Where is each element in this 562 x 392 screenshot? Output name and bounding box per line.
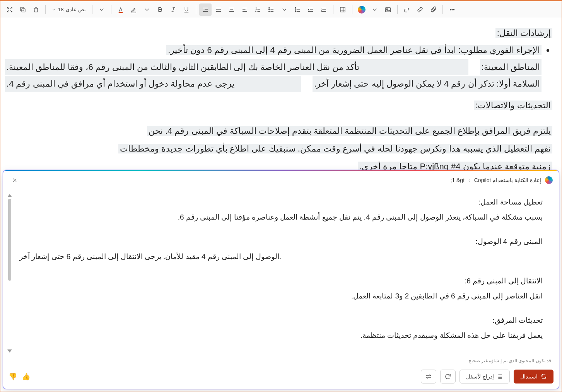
- suggestion-heading: تحديثات المرفق:: [19, 313, 543, 327]
- line-spacing-dropdown[interactable]: [278, 3, 290, 16]
- ai-disclaimer: قد يكون المحتوى الذي تم إنشاؤه غير صحيح: [3, 356, 559, 366]
- highlight-button[interactable]: [128, 3, 140, 16]
- delete-icon[interactable]: [30, 3, 42, 16]
- svg-point-13: [429, 375, 430, 376]
- suggestion-text: يعمل فريقنا على حل هذه المشكلة وسيقدم تح…: [19, 328, 543, 343]
- suggestion-heading: تعطيل مساحة العمل:: [19, 195, 543, 209]
- suggestion-heading-row: نقل تعليمات:: [19, 353, 543, 356]
- svg-point-12: [453, 9, 454, 10]
- regenerate-button[interactable]: [440, 370, 456, 383]
- close-icon: [12, 177, 17, 183]
- suggestion-heading: المبنى رقم 4 الوصول:: [19, 234, 543, 249]
- formatting-toolbar: نص عادي 18: [0, 1, 562, 18]
- sliders-icon: [425, 373, 432, 380]
- copilot-panel-footer: استبدال إدراج لأسفل 👍 👎: [3, 366, 559, 389]
- svg-point-10: [450, 9, 451, 10]
- attach-button[interactable]: [427, 3, 439, 16]
- redo-button[interactable]: [401, 3, 413, 16]
- svg-rect-1: [20, 7, 24, 11]
- suggestion-text: انقل العناصر إلى المبنى رقم 6 في الطابقي…: [19, 289, 543, 303]
- insert-image-button[interactable]: [382, 3, 394, 16]
- paragraph-style-label: نص عادي: [66, 7, 86, 12]
- svg-rect-3: [132, 12, 136, 13]
- list-item: السلامة أولا: تذكر أن رقم 4 لا يمكن الوص…: [5, 76, 542, 92]
- svg-point-6: [269, 11, 270, 12]
- link-button[interactable]: [414, 3, 426, 16]
- align-center-button[interactable]: [225, 3, 238, 16]
- image-dropdown[interactable]: [369, 3, 381, 16]
- insert-below-button[interactable]: إدراج لأسفل: [460, 370, 510, 383]
- scroll-up-icon[interactable]: [7, 194, 12, 197]
- style-dropdown[interactable]: [96, 3, 108, 16]
- breadcrumb-root[interactable]: إعادة الكتابة باستخدام Copilot: [474, 177, 541, 183]
- copilot-icon: [358, 6, 366, 14]
- italic-button[interactable]: [167, 3, 179, 16]
- font-color-button[interactable]: [114, 3, 127, 16]
- svg-point-4: [269, 7, 270, 8]
- suggestion-text: الوصول إلى المبنى رقم 4 مقيد للأمان. يرج…: [19, 249, 543, 264]
- copilot-icon: [545, 176, 553, 184]
- insert-table-button[interactable]: [337, 3, 349, 16]
- font-size-label: 18: [58, 7, 63, 12]
- suggestion-heading: الانتقال إلى المبنى رقم 6:: [19, 274, 543, 288]
- close-button[interactable]: [9, 175, 20, 186]
- replace-button[interactable]: استبدال: [514, 370, 553, 383]
- scroll-thumb[interactable]: [8, 199, 11, 281]
- feedback-buttons: 👍 👎: [9, 372, 30, 381]
- copilot-suggestion-body[interactable]: تعطيل مساحة العمل: بسبب مشكلة في السباكة…: [3, 190, 559, 356]
- indent-increase-button[interactable]: [318, 3, 330, 16]
- svg-point-11: [452, 9, 453, 10]
- thumbs-down-button[interactable]: 👎: [9, 372, 17, 381]
- replace-icon: [541, 373, 547, 380]
- section-heading: إرشادات النقل:: [495, 28, 552, 38]
- list-item: المناطق المعينة: تأكد من نقل العناصر الخ…: [5, 59, 542, 75]
- svg-rect-0: [22, 9, 25, 12]
- numbered-list-button[interactable]: [252, 3, 264, 16]
- scroll-down-icon[interactable]: [7, 349, 12, 353]
- indent-decrease-button[interactable]: [304, 3, 317, 16]
- scrollbar[interactable]: [7, 194, 12, 353]
- copilot-panel-header: إعادة الكتابة باستخدام Copilot › ‎1 &gt;: [3, 170, 559, 190]
- chevron-down-icon: [52, 8, 56, 12]
- thumbs-up-button[interactable]: 👍: [22, 372, 30, 381]
- bullet-list: الإجراء الفوري مطلوب: ابدأ في نقل عناصر …: [5, 42, 552, 92]
- align-justify-button[interactable]: [212, 3, 225, 16]
- bold-button[interactable]: [154, 3, 166, 16]
- list-item: الإجراء الفوري مطلوب: ابدأ في نقل عناصر …: [5, 42, 542, 58]
- chevron-right-icon: ›: [468, 177, 470, 183]
- expand-icon[interactable]: [3, 3, 16, 16]
- suggestion-text: بسبب مشكلة في السباكة، يتعذر الوصول إلى …: [19, 210, 543, 224]
- section-heading: التحديثات والاتصالات:: [474, 101, 552, 110]
- svg-rect-2: [119, 12, 123, 13]
- refresh-icon: [444, 373, 451, 380]
- align-right-button[interactable]: [199, 3, 212, 16]
- copilot-button[interactable]: [355, 3, 368, 16]
- line-spacing-button[interactable]: [291, 3, 304, 16]
- align-left-button[interactable]: [239, 3, 251, 16]
- bold-dropdown[interactable]: [141, 3, 153, 16]
- svg-rect-7: [340, 7, 345, 12]
- breadcrumb-leaf: ‎1 &gt;: [450, 177, 465, 183]
- copy-icon[interactable]: [17, 3, 29, 16]
- svg-point-5: [269, 9, 270, 10]
- more-options-button[interactable]: [446, 3, 458, 16]
- paragraph-style-combo[interactable]: نص عادي 18: [49, 3, 89, 16]
- underline-button[interactable]: [180, 3, 193, 16]
- adjust-button[interactable]: [421, 370, 436, 383]
- insert-below-icon: [497, 373, 503, 380]
- svg-point-14: [427, 377, 428, 378]
- bullet-list-button[interactable]: [265, 3, 277, 16]
- copilot-rewrite-panel: إعادة الكتابة باستخدام Copilot › ‎1 &gt;…: [3, 170, 559, 389]
